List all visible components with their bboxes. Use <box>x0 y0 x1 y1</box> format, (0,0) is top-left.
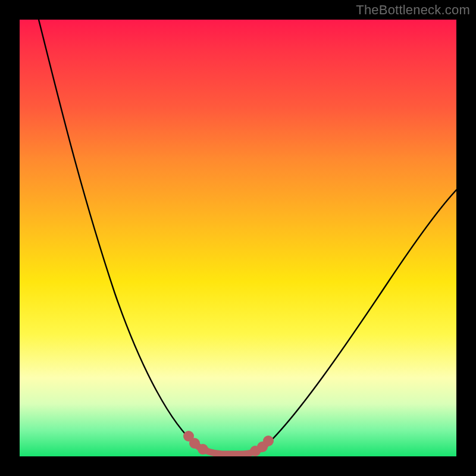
bottleneck-curve <box>20 20 456 456</box>
marker-dot <box>263 436 274 446</box>
curve-path <box>37 20 456 454</box>
watermark-text: TheBottleneck.com <box>356 2 470 18</box>
chart-stage: TheBottleneck.com <box>0 0 476 476</box>
gradient-plot-area <box>20 20 456 456</box>
marker-dot <box>198 444 208 455</box>
